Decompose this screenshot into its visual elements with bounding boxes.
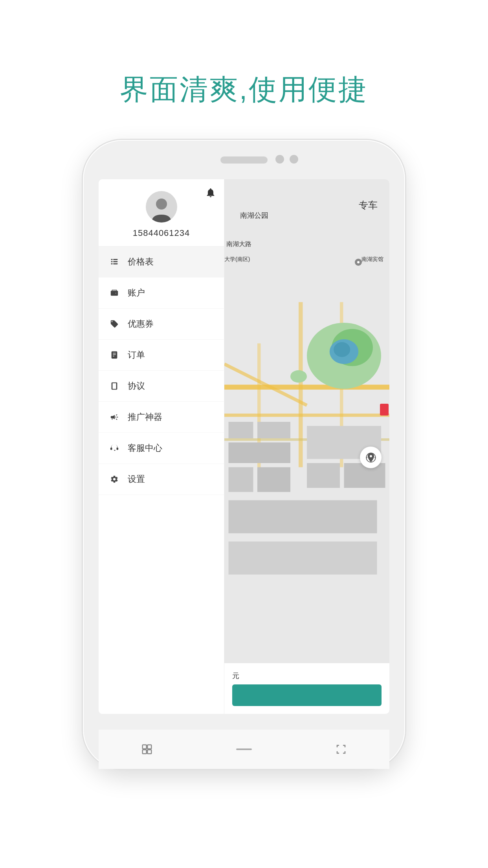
nav-back-icon[interactable] [137,741,157,757]
svg-rect-15 [224,385,389,390]
menu-item-coupons[interactable]: 优惠券 [99,309,224,340]
svg-rect-16 [224,414,389,417]
svg-rect-24 [229,467,253,492]
location-button[interactable] [360,447,382,468]
svg-rect-22 [257,422,290,438]
notification-bell-icon[interactable] [205,187,216,200]
account-label: 账户 [128,287,145,299]
list-icon [109,256,120,267]
phone-nav-bar [99,730,389,769]
customer-service-label: 客服中心 [128,442,162,454]
svg-rect-19 [257,344,261,488]
hotel-marker [355,259,362,266]
agreement-label: 协议 [128,380,145,392]
svg-rect-8 [112,351,117,359]
university-label: 大学(南区) [224,256,250,263]
svg-rect-44 [143,750,147,754]
svg-point-34 [334,342,350,357]
car-type-label: 专车 [359,199,378,211]
svg-rect-46 [236,748,252,750]
menu-item-agreement[interactable]: 协议 [99,371,224,402]
price-text: 元 [232,671,382,680]
svg-rect-21 [229,422,253,438]
book-button[interactable] [232,684,382,706]
camera-dot-1 [275,155,284,164]
wallet-icon [109,287,120,298]
svg-point-0 [156,199,167,210]
svg-rect-43 [148,745,152,749]
book-icon [109,381,120,392]
svg-rect-29 [229,500,377,533]
map-marker-red [380,404,389,416]
svg-rect-23 [229,443,291,463]
map-panel: 专车 南湖公园 南湖大路 南湖宾馆 大学(南区) [224,179,389,714]
phone-screen: 15844061234 [99,179,389,714]
menu-item-price-list[interactable]: 价格表 [99,246,224,278]
booking-area: 元 [224,663,389,714]
drawer-header: 15844061234 [99,179,224,246]
svg-rect-1 [111,259,113,260]
hotel-label: 南湖宾馆 [361,256,383,263]
promotion-label: 推广神器 [128,411,162,423]
menu-list: 价格表 账户 [99,246,224,714]
menu-item-account[interactable]: 账户 [99,278,224,309]
price-list-label: 价格表 [128,256,154,268]
menu-item-customer-service[interactable]: 客服中心 [99,433,224,464]
road-label: 南湖大路 [226,240,251,248]
gear-icon [109,474,120,485]
svg-rect-5 [111,263,113,265]
park-label: 南湖公园 [240,211,268,220]
user-phone-number: 15844061234 [133,228,190,238]
page-title: 界面清爽,使用便捷 [120,71,368,108]
avatar [146,191,177,223]
nav-recent-icon[interactable] [331,741,351,757]
camera-dot-2 [290,155,298,164]
megaphone-icon [109,412,120,423]
svg-rect-4 [113,261,117,262]
menu-item-settings[interactable]: 设置 [99,464,224,495]
settings-label: 设置 [128,473,145,485]
menu-item-orders[interactable]: 订单 [99,340,224,371]
svg-rect-2 [113,259,117,260]
svg-rect-3 [111,261,113,262]
phone-camera [275,155,298,164]
drawer-panel: 15844061234 [99,179,224,714]
svg-point-35 [290,370,307,383]
phone-speaker [220,156,268,164]
document-icon [109,349,120,360]
nav-home-icon[interactable] [234,741,254,757]
svg-rect-13 [113,386,116,386]
phone-mockup: 15844061234 [83,140,405,769]
orders-label: 订单 [128,349,145,361]
svg-rect-30 [229,542,377,575]
svg-rect-17 [299,302,303,467]
svg-rect-12 [113,384,116,385]
svg-rect-25 [257,467,290,492]
coupons-label: 优惠券 [128,318,154,330]
svg-rect-45 [148,750,152,754]
svg-rect-27 [307,463,340,488]
tag-icon [109,318,120,329]
menu-item-promotion[interactable]: 推广神器 [99,402,224,433]
svg-rect-28 [344,463,385,488]
svg-rect-42 [143,745,147,749]
svg-rect-6 [113,263,117,265]
headset-icon [109,443,120,454]
